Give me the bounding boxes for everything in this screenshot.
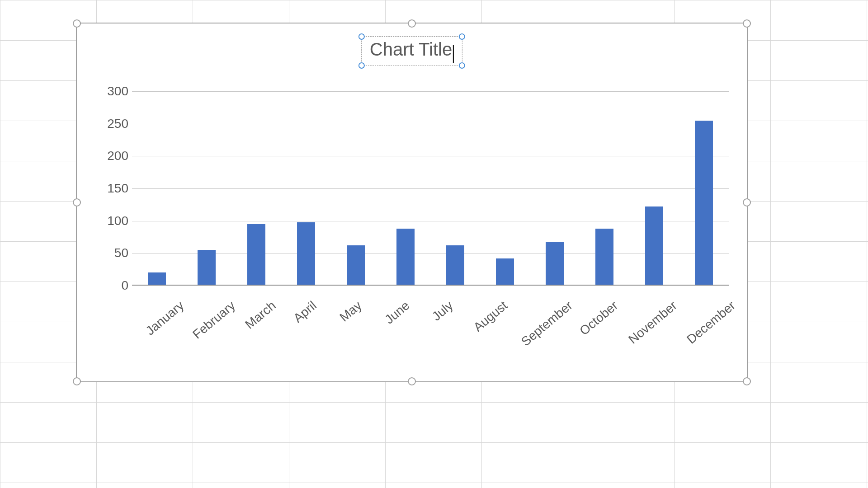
bar[interactable] (247, 224, 265, 286)
bar[interactable] (396, 229, 415, 286)
bar-slot (281, 91, 331, 286)
x-axis-labels: JanuaryFebruaryMarchAprilMayJuneJulyAugu… (132, 295, 729, 371)
bar-slot (231, 91, 281, 286)
bar[interactable] (496, 258, 514, 286)
bar-slot (132, 91, 182, 286)
resize-handle-mr[interactable] (743, 198, 751, 206)
bar-slot (331, 91, 381, 286)
bar-slot (580, 91, 629, 286)
resize-handle-ml[interactable] (73, 198, 81, 206)
y-tick-label: 0 (121, 278, 128, 293)
y-tick-label: 300 (107, 84, 128, 99)
resize-handle-bm[interactable] (408, 377, 416, 385)
y-tick-label: 150 (107, 181, 128, 196)
bar-slot (480, 91, 530, 286)
bar[interactable] (446, 245, 464, 286)
bar-slot (530, 91, 580, 286)
bar[interactable] (546, 242, 564, 286)
resize-handle-tm[interactable] (408, 19, 416, 28)
bar-slot (381, 91, 430, 286)
bar-slot (182, 91, 231, 286)
chart-title[interactable]: Chart Title (370, 39, 452, 59)
resize-handle-tr[interactable] (743, 19, 751, 28)
chart-title-box[interactable]: Chart Title (361, 36, 462, 66)
bar-slot (430, 91, 480, 286)
y-tick-label: 250 (107, 117, 128, 131)
bar[interactable] (645, 206, 663, 286)
bar[interactable] (695, 121, 713, 286)
y-tick-label: 100 (107, 214, 128, 228)
bar-series[interactable] (132, 91, 729, 286)
y-tick-label: 200 (107, 149, 128, 163)
bar-slot (679, 91, 729, 286)
bar-slot (629, 91, 679, 286)
title-handle-bl[interactable] (359, 62, 365, 69)
bar[interactable] (595, 229, 613, 286)
chart-object[interactable]: Chart Title 050100150200250300 JanuaryFe… (76, 23, 748, 382)
resize-handle-bl[interactable] (73, 377, 81, 385)
bar[interactable] (148, 272, 166, 286)
y-axis: 050100150200250300 (105, 91, 132, 286)
x-axis-line (132, 285, 729, 286)
text-cursor-icon (453, 45, 454, 63)
resize-handle-tl[interactable] (73, 19, 81, 28)
bar[interactable] (297, 222, 315, 286)
bar[interactable] (347, 245, 365, 286)
plot-area[interactable]: 050100150200250300 (105, 91, 729, 286)
y-tick-label: 50 (114, 246, 128, 260)
bar[interactable] (198, 250, 216, 286)
title-handle-tr[interactable] (459, 33, 465, 40)
title-handle-tl[interactable] (359, 33, 365, 40)
title-handle-br[interactable] (459, 62, 465, 69)
